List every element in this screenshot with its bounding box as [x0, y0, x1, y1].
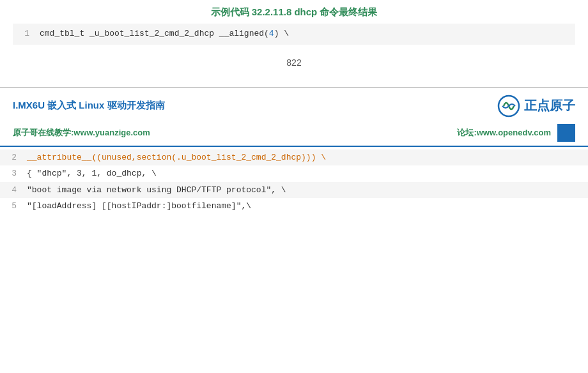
code-bottom-block: 2 __attribute__((unused,section(.u_boot_…: [0, 147, 588, 373]
code-content-5: "[loadAddress] [[hostIPaddr:]bootfilenam…: [27, 199, 251, 213]
top-section: 示例代码 32.2.11.8 dhcp 命令最终结果 1cmd_tbl_t _u…: [0, 0, 588, 87]
code-block-top: 1cmd_tbl_t _u_boot_list_2_cmd_2_dhcp __a…: [13, 24, 575, 45]
sub-header: 原子哥在线教学:www.yuanzige.com 论坛:www.openedv.…: [0, 121, 588, 146]
line-num-1: 1: [19, 27, 29, 41]
code-num-val: 4: [269, 29, 274, 38]
code-line-4: 4 "boot image via network using DHCP/TFT…: [0, 182, 588, 198]
brand-logo-icon: [497, 95, 520, 118]
code-content-3: { "dhcp", 3, 1, do_dhcp, \: [27, 166, 157, 181]
code-content-2: __attribute__((unused,section(.u_boot_li…: [27, 150, 326, 165]
code-content-1: cmd_tbl_t _u_boot_list_2_cmd_2_dhcp __al…: [40, 29, 269, 38]
header-title: I.MX6U 嵌入式 Linux 驱动开发指南: [13, 100, 165, 112]
sub-right-area: 论坛:www.openedv.com: [457, 124, 575, 142]
header-bar: I.MX6U 嵌入式 Linux 驱动开发指南 正点原子: [0, 88, 588, 121]
sub-left-text: 原子哥在线教学:www.yuanzige.com: [13, 127, 150, 139]
code-line-3: 3 { "dhcp", 3, 1, do_dhcp, \: [0, 165, 588, 181]
forum-label: 论坛:www.openedv.com: [457, 127, 551, 139]
brand-area: 正点原子: [497, 95, 575, 118]
code-line-5: 5 "[loadAddress] [[hostIPaddr:]bootfilen…: [0, 198, 588, 214]
code-content-4: "boot image via network using DHCP/TFTP …: [27, 183, 286, 197]
code-line-2: 2 __attribute__((unused,section(.u_boot_…: [0, 149, 588, 165]
line-num-2: 2: [6, 150, 17, 165]
line-num-3: 3: [6, 166, 17, 181]
brand-name-text: 正点原子: [524, 97, 575, 114]
page-number: 822: [13, 45, 575, 74]
section-title: 示例代码 32.2.11.8 dhcp 命令最终结果: [13, 6, 575, 19]
line-num-5: 5: [6, 199, 17, 213]
blue-square-icon: [557, 124, 575, 142]
line-num-4: 4: [6, 183, 17, 197]
bottom-section: I.MX6U 嵌入式 Linux 驱动开发指南 正点原子 原子哥在线教学:www…: [0, 88, 588, 373]
code-suffix-1: ) \: [274, 29, 289, 38]
